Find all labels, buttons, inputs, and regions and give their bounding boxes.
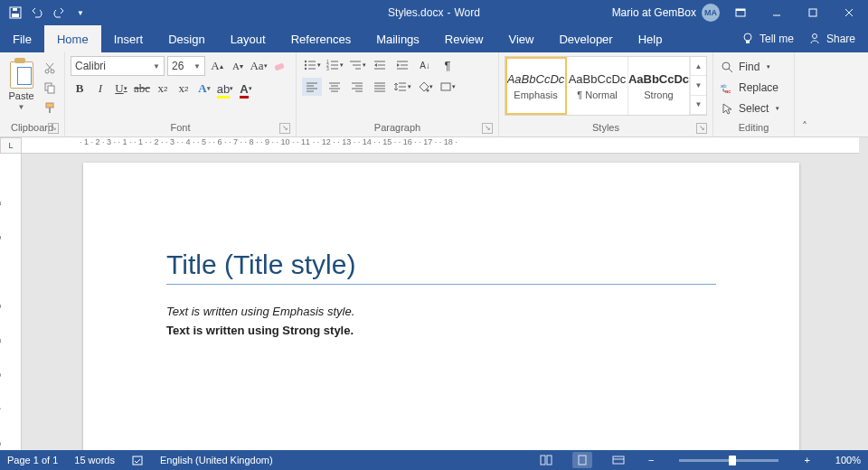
tab-layout[interactable]: Layout [218,25,278,52]
superscript-button[interactable]: x2 [175,80,193,98]
strikethrough-button[interactable]: abc [133,80,151,98]
tab-file[interactable]: File [0,25,44,52]
emphasis-paragraph[interactable]: Text is written using Emphasis style. [166,305,716,318]
page-indicator[interactable]: Page 1 of 1 [7,455,58,465]
tab-selector[interactable]: L [0,137,22,154]
avatar[interactable]: MA [702,4,720,22]
format-painter-button[interactable] [41,99,59,116]
tab-help[interactable]: Help [626,25,675,52]
tab-home[interactable]: Home [44,25,101,52]
line-spacing-button[interactable]: ▾ [392,78,412,96]
eraser-icon [272,59,287,73]
replace-button[interactable]: abacReplace [719,79,781,97]
multilevel-list-button[interactable]: ▾ [347,56,367,74]
tab-insert[interactable]: Insert [101,25,156,52]
svg-point-63 [722,62,730,70]
close-button[interactable] [834,0,864,25]
align-left-button[interactable] [302,78,322,96]
proofing-icon [131,454,144,466]
tab-view[interactable]: View [495,25,546,52]
highlight-button[interactable]: ab ▾ [216,80,234,98]
maximize-button[interactable] [797,0,828,25]
justify-button[interactable] [370,78,390,96]
paint-bucket-icon [417,81,429,92]
clipboard-dialog-launcher[interactable]: ↘ [48,123,59,134]
web-layout-button[interactable] [609,452,628,468]
style-normal[interactable]: AaBbCcDc ¶ Normal [567,57,628,115]
zoom-in-button[interactable]: + [800,455,813,465]
word-count[interactable]: 15 words [74,455,115,465]
sort-button[interactable]: A↓ [415,56,435,74]
zoom-level[interactable]: 100% [835,455,861,465]
tab-developer[interactable]: Developer [546,25,625,52]
find-button[interactable]: Find▾ [719,58,781,76]
tab-review[interactable]: Review [432,25,496,52]
tab-design[interactable]: Design [156,25,217,52]
change-case-button[interactable]: Aa ▾ [250,57,268,75]
align-center-button[interactable] [325,78,344,96]
subscript-button[interactable]: x2 [154,80,172,98]
group-clipboard: Paste ▼ Clipboard↘ [0,52,65,136]
svg-rect-71 [613,456,624,464]
show-hide-marks-button[interactable]: ¶ [438,56,458,74]
qat-customize-button[interactable]: ▼ [71,3,90,23]
lightbulb-icon [741,33,754,45]
svg-point-21 [305,61,307,62]
style-strong[interactable]: AaBbCcDc Strong [628,57,690,115]
strong-paragraph[interactable]: Text is written using Strong style. [166,324,716,337]
tell-me-search[interactable]: Tell me [741,33,794,45]
language-indicator[interactable]: English (United Kingdom) [160,455,273,465]
page[interactable]: Title (Title style) Text is written usin… [83,163,799,450]
vertical-ruler[interactable]: 2 1 1 2 3 4 5 6 [0,154,22,450]
bullets-button[interactable]: ▾ [302,56,322,74]
share-button[interactable]: Share [808,33,855,45]
select-button[interactable]: Select▾ [719,99,781,118]
zoom-out-button[interactable]: − [645,455,657,465]
font-size-dropdown[interactable]: 26▼ [167,56,205,76]
save-button[interactable] [5,3,25,23]
grow-font-button[interactable]: A▴ [208,57,226,75]
status-bar: Page 1 of 1 15 words English (United Kin… [0,450,868,470]
tab-mailings[interactable]: Mailings [363,25,432,52]
copy-button[interactable] [41,80,59,96]
clear-formatting-button[interactable] [270,57,288,75]
zoom-slider[interactable] [679,459,778,462]
styles-dialog-launcher[interactable]: ↘ [696,123,707,134]
align-right-button[interactable] [347,78,367,96]
bold-button[interactable]: B [71,80,89,98]
group-paragraph: ▾ 123▾ ▾ A↓ ¶ ▾ ▾ ▾ P [297,52,499,136]
styles-gallery-more[interactable]: ▲▼▼ [690,57,706,115]
app-name: Word [454,6,479,19]
borders-button[interactable]: ▾ [438,78,458,96]
svg-rect-17 [48,86,54,93]
shading-button[interactable]: ▾ [415,78,435,96]
paste-button[interactable]: Paste ▼ [5,56,37,111]
numbering-button[interactable]: 123▾ [325,56,344,74]
italic-button[interactable]: I [91,80,109,98]
style-emphasis[interactable]: AaBbCcDc Emphasis [505,57,567,115]
text-effects-button[interactable]: A ▾ [195,80,213,98]
increase-indent-button[interactable] [392,56,412,74]
svg-point-12 [45,70,49,73]
horizontal-ruler[interactable]: · 1 · 2 · 3 · · 1 · · 1 · · 2 · · 3 · · … [22,137,859,154]
font-color-button[interactable]: A ▾ [237,80,255,98]
ribbon-display-options-button[interactable] [725,0,756,25]
underline-button[interactable]: U ▾ [112,80,130,98]
minimize-button[interactable] [761,0,792,25]
undo-button[interactable] [27,3,47,23]
collapse-ribbon-button[interactable]: ˄ [795,52,815,136]
font-dialog-launcher[interactable]: ↘ [279,123,290,134]
user-name[interactable]: Mario at GemBox [612,6,696,19]
cut-button[interactable] [41,60,59,76]
decrease-indent-button[interactable] [370,56,390,74]
print-layout-button[interactable] [572,452,592,468]
paragraph-dialog-launcher[interactable]: ↘ [482,123,493,134]
document-heading[interactable]: Title (Title style) [166,249,716,285]
read-mode-button[interactable] [536,452,556,468]
shrink-font-button[interactable]: A▾ [229,57,247,75]
svg-rect-4 [736,9,745,11]
font-family-dropdown[interactable]: Calibri▼ [71,56,165,76]
tab-references[interactable]: References [278,25,363,52]
redo-button[interactable] [49,3,69,23]
proofing-button[interactable] [131,454,144,466]
